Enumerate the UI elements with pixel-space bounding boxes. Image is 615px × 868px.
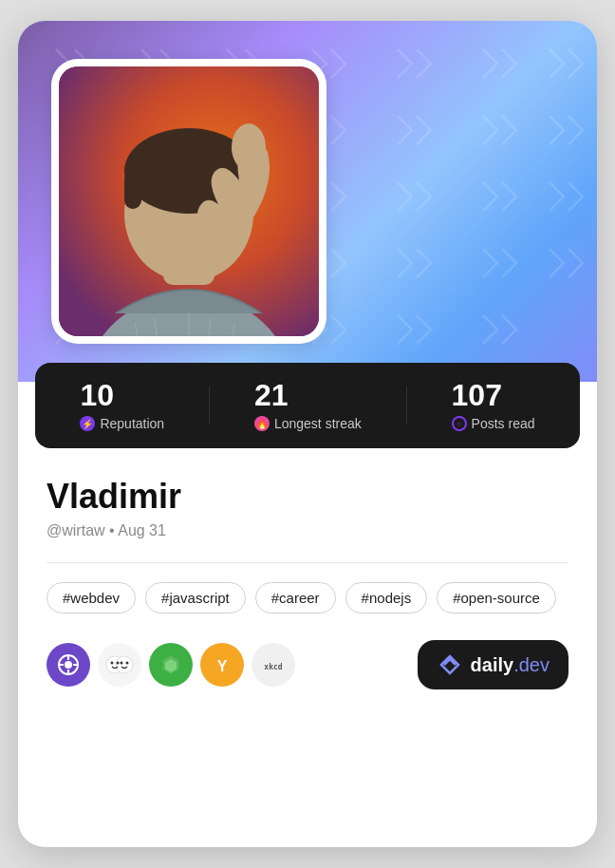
avatar-wrapper: [51, 59, 326, 344]
posts-label: ○ Posts read: [452, 416, 535, 431]
stat-reputation: 10 ⚡ Reputation: [80, 380, 164, 431]
reputation-label: ⚡ Reputation: [80, 416, 164, 431]
profile-card: 10 ⚡ Reputation 21 🔥 Longest streak 107 …: [18, 21, 597, 847]
posts-icon: ○: [452, 416, 467, 431]
stat-divider-1: [209, 387, 210, 425]
posts-label-text: Posts read: [472, 416, 535, 431]
profile-content: Vladimir @wirtaw • Aug 31 #webdev #javas…: [18, 467, 597, 847]
bottom-row: Y xkcd daily.dev: [47, 640, 568, 689]
source-icon-green[interactable]: [149, 643, 193, 687]
tag-javascript[interactable]: #javascript: [145, 582, 246, 613]
svg-point-6: [232, 123, 266, 171]
stat-streak: 21 🔥 Longest streak: [254, 380, 362, 431]
daily-suffix: .dev: [513, 654, 550, 675]
streak-label-text: Longest streak: [274, 416, 362, 431]
join-date: Aug 31: [118, 522, 166, 538]
daily-label: daily: [471, 654, 514, 675]
profile-banner: [18, 21, 597, 382]
handle-text: @wirtaw: [47, 522, 105, 538]
daily-logo-text: daily.dev: [471, 654, 550, 676]
svg-point-15: [111, 662, 114, 665]
svg-text:xkcd: xkcd: [264, 663, 282, 671]
avatar: [59, 66, 319, 336]
reputation-value: 10: [80, 380, 114, 410]
tag-opensource[interactable]: #open-source: [437, 582, 556, 613]
daily-dev-logo: daily.dev: [418, 640, 568, 689]
daily-dev-chevron-icon: [437, 651, 463, 678]
content-divider: [47, 562, 568, 563]
reputation-label-text: Reputation: [100, 416, 164, 431]
reputation-icon: ⚡: [80, 416, 95, 431]
tag-nodejs[interactable]: #nodejs: [345, 582, 428, 613]
stats-bar: 10 ⚡ Reputation 21 🔥 Longest streak 107 …: [35, 363, 580, 448]
stat-divider-2: [406, 387, 407, 425]
svg-point-18: [126, 662, 129, 665]
handle-separator: •: [109, 522, 118, 538]
svg-text:Y: Y: [217, 658, 228, 674]
svg-point-17: [121, 662, 123, 665]
svg-point-8: [65, 661, 72, 669]
svg-rect-5: [124, 171, 141, 209]
tag-webdev[interactable]: #webdev: [47, 582, 136, 613]
streak-label: 🔥 Longest streak: [254, 416, 362, 431]
svg-point-16: [117, 662, 120, 665]
streak-icon: 🔥: [254, 416, 270, 431]
source-icon-ycombinator[interactable]: Y: [200, 643, 244, 687]
source-icon-faces[interactable]: [98, 643, 141, 687]
source-icons: Y xkcd: [47, 643, 295, 687]
tag-career[interactable]: #career: [255, 582, 336, 613]
user-name: Vladimir: [47, 477, 568, 517]
stat-posts: 107 ○ Posts read: [452, 380, 535, 431]
user-handle: @wirtaw • Aug 31: [47, 522, 568, 539]
streak-value: 21: [254, 380, 289, 410]
source-icon-xkcd[interactable]: xkcd: [252, 643, 295, 687]
svg-point-14: [116, 656, 133, 673]
source-icon-crosshair[interactable]: [47, 643, 90, 687]
tags-container: #webdev #javascript #career #nodejs #ope…: [47, 582, 568, 613]
posts-value: 107: [452, 380, 502, 410]
